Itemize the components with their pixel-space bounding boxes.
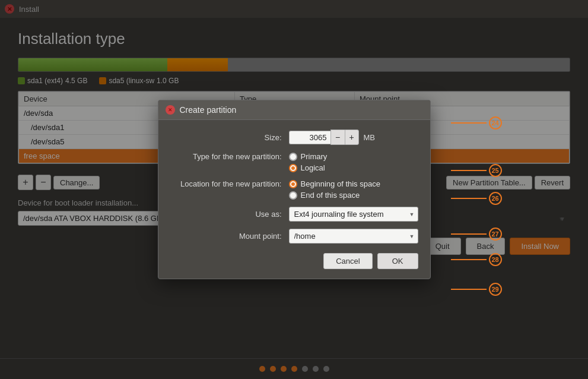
annotation-24: 24	[451, 116, 502, 130]
annotation-25: 25	[451, 164, 502, 177]
modal-title: Create partition	[180, 105, 237, 115]
annotation-25-line	[451, 170, 487, 171]
modal-buttons: Cancel OK	[170, 253, 418, 269]
annotation-27-line	[451, 233, 487, 235]
partition-type-label: Type for the new partition:	[170, 152, 289, 161]
annotation-24-line	[451, 122, 487, 124]
annotation-29-line	[451, 289, 487, 290]
annotation-25-number: 25	[489, 164, 502, 177]
partition-location-control: Beginning of this space End of this spac…	[289, 179, 418, 200]
annotation-26-number: 26	[489, 192, 502, 205]
annotation-28-line	[451, 259, 487, 260]
size-label: Size:	[170, 133, 289, 142]
use-as-select-wrapper[interactable]: Ext4 journaling file system	[289, 207, 418, 222]
radio-beginning-circle	[289, 180, 297, 188]
size-minus-button[interactable]: −	[330, 130, 345, 145]
radio-logical-circle	[289, 164, 297, 172]
mount-point-row: Mount point: /home	[170, 229, 418, 244]
partition-type-control: Primary Logical	[289, 152, 418, 172]
mount-point-select-wrapper[interactable]: /home	[289, 229, 418, 244]
annotation-27: 27	[451, 228, 502, 241]
size-input-group: − + MB	[289, 130, 418, 145]
mount-point-label: Mount point:	[170, 232, 289, 241]
modal-close-icon: ✕	[168, 107, 173, 113]
mount-point-select[interactable]: /home	[289, 229, 418, 244]
radio-beginning[interactable]: Beginning of this space	[289, 179, 418, 188]
annotation-29: 29	[451, 283, 502, 296]
radio-primary-label: Primary	[301, 152, 328, 161]
annotation-26-line	[451, 198, 487, 199]
use-as-label: Use as:	[170, 210, 289, 219]
annotation-28: 28	[451, 253, 502, 266]
modal-cancel-button[interactable]: Cancel	[323, 253, 372, 269]
partition-type-row: Type for the new partition: Primary Logi…	[170, 152, 418, 172]
use-as-row: Use as: Ext4 journaling file system	[170, 207, 418, 222]
annotation-24-number: 24	[489, 116, 502, 130]
modal-wrapper: 24 25 26 27 28 29	[158, 100, 431, 279]
radio-primary[interactable]: Primary	[289, 152, 418, 161]
size-control: − + MB	[289, 130, 418, 145]
radio-beginning-label: Beginning of this space	[301, 179, 380, 188]
size-row: Size: − + MB	[170, 130, 418, 145]
radio-end[interactable]: End of this space	[289, 191, 418, 200]
modal-body: Size: − + MB Type for the new partition:	[158, 120, 430, 279]
modal-overlay: 24 25 26 27 28 29	[0, 0, 588, 379]
modal-close-button[interactable]: ✕	[166, 105, 175, 115]
size-plus-button[interactable]: +	[345, 130, 359, 145]
radio-primary-circle	[289, 153, 297, 161]
use-as-select[interactable]: Ext4 journaling file system	[289, 207, 418, 222]
radio-end-circle	[289, 191, 297, 200]
annotation-29-number: 29	[489, 283, 502, 296]
partition-location-row: Location for the new partition: Beginnin…	[170, 179, 418, 200]
size-input[interactable]	[289, 131, 330, 144]
annotation-27-number: 27	[489, 228, 502, 241]
modal-ok-button[interactable]: OK	[377, 253, 418, 269]
radio-logical[interactable]: Logical	[289, 163, 418, 172]
size-unit: MB	[364, 133, 376, 142]
partition-location-label: Location for the new partition:	[170, 179, 289, 188]
modal-title-bar: ✕ Create partition	[158, 100, 430, 120]
annotation-26: 26	[451, 192, 502, 205]
radio-end-label: End of this space	[301, 191, 360, 200]
create-partition-modal: ✕ Create partition Size: − + MB	[158, 100, 431, 279]
annotation-28-number: 28	[489, 253, 502, 266]
radio-logical-label: Logical	[301, 163, 325, 172]
